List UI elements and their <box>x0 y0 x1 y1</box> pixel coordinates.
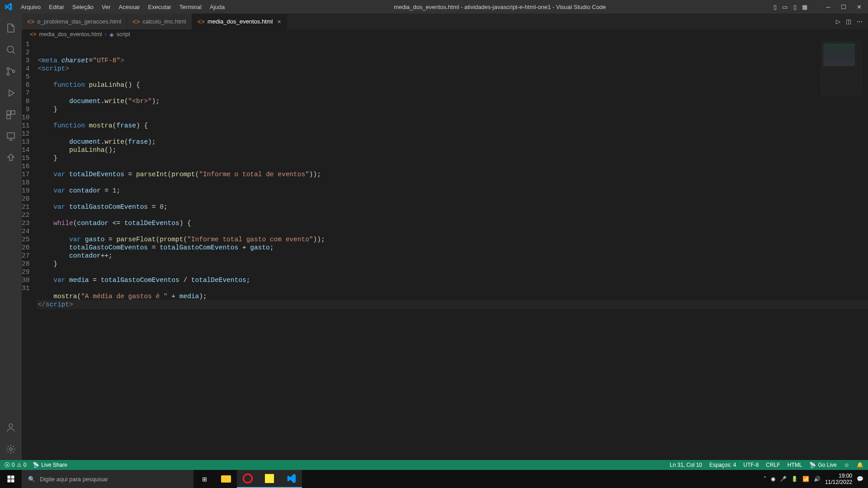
status-bar: ⓧ0 ⚠0 📡Live Share Ln 31, Col 10 Espaços:… <box>0 460 868 470</box>
tray-wifi-icon[interactable]: 📶 <box>802 476 809 482</box>
tab-calculo_imc-html[interactable]: <>calculo_imc.html <box>127 14 192 29</box>
code-line[interactable] <box>38 284 868 292</box>
tray-battery-icon[interactable]: 🔋 <box>791 476 798 482</box>
menu-acessar[interactable]: Acessar <box>115 2 144 12</box>
live-share-icon[interactable] <box>0 147 22 169</box>
notifications-icon[interactable]: 🔔 <box>857 462 863 468</box>
code-line[interactable] <box>38 268 868 276</box>
settings-gear-icon[interactable] <box>0 438 22 460</box>
vscode-taskbar-icon[interactable] <box>280 470 302 488</box>
code-line[interactable] <box>38 211 868 219</box>
indentation-status[interactable]: Espaços: 4 <box>709 462 736 468</box>
tray-chevron-icon[interactable]: ˄ <box>764 476 766 482</box>
toggle-secondary-icon[interactable]: ▯ <box>791 3 798 10</box>
code-line[interactable] <box>38 130 868 138</box>
tray-meet-icon[interactable]: ◉ <box>771 476 775 482</box>
action-center-icon[interactable]: 💬 <box>857 476 863 482</box>
code-line[interactable]: var totalDeEventos = parseInt(prompt("In… <box>38 170 868 178</box>
code-line[interactable]: pulaLinha(); <box>38 146 868 154</box>
menu-arquivo[interactable]: Arquivo <box>17 2 44 12</box>
explorer-icon[interactable] <box>0 17 22 39</box>
menu-executar[interactable]: Executar <box>145 2 175 12</box>
remote-explorer-icon[interactable] <box>0 126 22 147</box>
close-tab-icon[interactable]: × <box>277 18 281 25</box>
toggle-sidebar-icon[interactable]: ▯ <box>771 3 778 10</box>
code-line[interactable] <box>38 162 868 170</box>
code-line[interactable]: } <box>38 260 868 268</box>
menu-ajuda[interactable]: Ajuda <box>206 2 228 12</box>
code-line[interactable]: contador++; <box>38 252 868 260</box>
search-icon[interactable] <box>0 39 22 61</box>
code-line[interactable]: totalGastoComEventos = totalGastoComEven… <box>38 244 868 252</box>
start-button[interactable] <box>0 470 22 488</box>
minimap[interactable] <box>821 41 862 95</box>
menu-seleção[interactable]: Seleção <box>69 2 97 12</box>
code-line[interactable]: document.write("<br>"); <box>38 97 868 105</box>
code-line[interactable] <box>38 113 868 122</box>
task-view-icon[interactable]: ⊞ <box>193 470 215 488</box>
sticky-notes-icon[interactable] <box>259 470 280 488</box>
code-line[interactable]: var totalGastoComEventos = 0; <box>38 203 868 211</box>
code-line[interactable]: </script> <box>38 300 868 309</box>
svg-point-9 <box>9 448 12 450</box>
cursor-position[interactable]: Ln 31, Col 10 <box>670 462 702 468</box>
code-line[interactable]: function mostra(frase) { <box>38 122 868 130</box>
tray-volume-icon[interactable]: 🔊 <box>814 476 821 482</box>
split-editor-icon[interactable]: ◫ <box>846 18 851 25</box>
code-line[interactable]: var media = totalGastoComEventos / total… <box>38 276 868 284</box>
account-icon[interactable] <box>0 417 22 438</box>
code-line[interactable]: var contador = 1; <box>38 187 868 195</box>
taskbar-search[interactable]: 🔍 Digite aqui para pesquisar <box>22 470 193 488</box>
code-line[interactable]: } <box>38 105 868 113</box>
run-debug-icon[interactable] <box>0 82 22 104</box>
toggle-panel-icon[interactable]: ▭ <box>781 3 788 10</box>
code-line[interactable] <box>38 227 868 235</box>
tab-media_dos_eventos-html[interactable]: <>media_dos_eventos.html× <box>192 14 287 29</box>
windows-taskbar: 🔍 Digite aqui para pesquisar ⊞ ˄ ◉ 🎤 🔋 📶… <box>0 470 868 488</box>
source-control-icon[interactable] <box>0 61 22 82</box>
encoding-status[interactable]: UTF-8 <box>743 462 759 468</box>
menu-terminal[interactable]: Terminal <box>176 2 205 12</box>
breadcrumb[interactable]: <> media_dos_eventos.html › ◈ script <box>22 29 868 39</box>
problems-status[interactable]: ⓧ0 ⚠0 <box>5 461 26 469</box>
customize-layout-icon[interactable]: ▦ <box>801 3 808 10</box>
html-file-icon: <> <box>27 18 34 25</box>
code-editor[interactable]: 1234567891011121314151617181920212223242… <box>22 39 868 460</box>
code-line[interactable] <box>38 89 868 97</box>
svg-rect-11 <box>11 476 14 479</box>
menu-ver[interactable]: Ver <box>98 2 114 12</box>
eol-status[interactable]: CRLF <box>766 462 780 468</box>
svg-rect-5 <box>11 111 15 114</box>
maximize-button[interactable]: ☐ <box>840 3 847 10</box>
code-line[interactable] <box>38 73 868 81</box>
live-share-status[interactable]: 📡Live Share <box>33 462 67 468</box>
tray-mic-icon[interactable]: 🎤 <box>780 476 787 482</box>
code-line[interactable]: document.write(frase); <box>38 138 868 146</box>
menubar: ArquivoEditarSeleçãoVerAcessarExecutarTe… <box>17 2 228 12</box>
extensions-icon[interactable] <box>0 104 22 126</box>
code-line[interactable] <box>38 178 868 187</box>
code-line[interactable]: mostra("A média de gastos é " + media); <box>38 292 868 300</box>
feedback-icon[interactable]: ☺ <box>844 462 849 468</box>
language-mode[interactable]: HTML <box>788 462 802 468</box>
file-explorer-icon[interactable] <box>215 470 237 488</box>
code-line[interactable]: while(contador <= totalDeEventos) { <box>38 219 868 227</box>
close-button[interactable]: ✕ <box>855 3 863 10</box>
more-actions-icon[interactable]: ⋯ <box>857 18 863 25</box>
code-line[interactable] <box>38 195 868 203</box>
taskbar-clock[interactable]: 19:00 11/12/2022 <box>825 473 852 485</box>
go-live-button[interactable]: 📡Go Live <box>809 462 836 468</box>
run-file-icon[interactable]: ▷ <box>836 18 840 25</box>
code-line[interactable]: } <box>38 154 868 162</box>
code-line[interactable]: function pulaLinha() { <box>38 81 868 89</box>
minimize-button[interactable]: ─ <box>825 3 832 10</box>
tab-o_problema_das_geracoes-html[interactable]: <>o_problema_das_geracoes.html <box>22 14 127 29</box>
menu-editar[interactable]: Editar <box>45 2 68 12</box>
opera-icon[interactable] <box>237 470 259 488</box>
code-line[interactable]: <script> <box>38 65 868 73</box>
chevron-right-icon: › <box>105 31 107 38</box>
code-content[interactable]: <meta charset="UTF-8"><script> function … <box>38 39 868 460</box>
code-line[interactable]: var gasto = parseFloat(prompt("Informe t… <box>38 235 868 244</box>
svg-point-8 <box>9 424 13 427</box>
code-line[interactable]: <meta charset="UTF-8"> <box>38 56 868 65</box>
